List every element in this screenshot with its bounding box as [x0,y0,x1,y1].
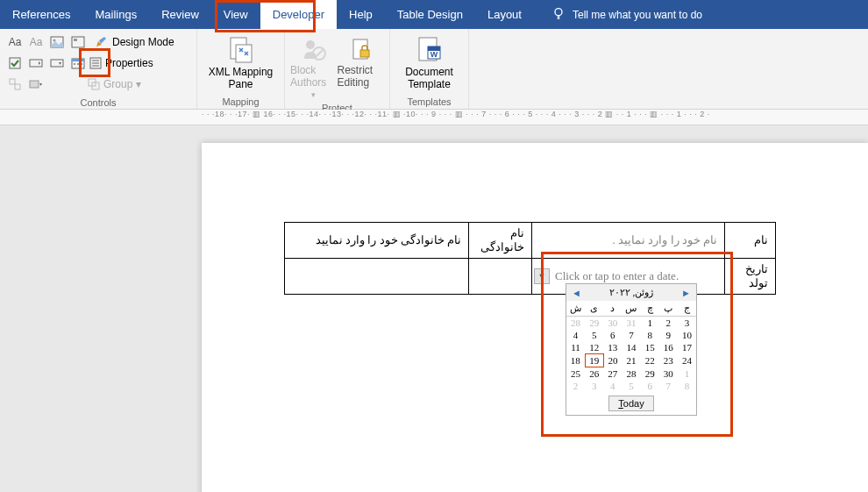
calendar-day[interactable]: 8 [641,329,659,341]
lightbulb-icon [551,6,566,23]
properties-button[interactable]: Properties [89,56,153,70]
calendar-day[interactable]: 10 [678,329,696,341]
calendar-day[interactable]: 3 [678,317,696,330]
calendar-day[interactable]: 1 [641,317,659,330]
restrict-editing-label: Restrict Editing [338,64,385,89]
calendar-day[interactable]: 13 [603,341,622,354]
repeating-control-icon[interactable] [5,75,25,94]
calendar-today-button[interactable]: Today [608,396,653,411]
calendar-month-year[interactable]: ژوئن, ۲۰۲۲ [609,287,654,298]
date-picker-field[interactable]: ▼ Click or tap to enter a date. [534,268,722,284]
svg-rect-10 [74,63,75,65]
empty-cell [469,259,532,295]
calendar-day[interactable]: 5 [585,329,603,341]
checkbox-control-icon[interactable] [5,53,25,73]
calendar-day[interactable]: 18 [566,354,585,367]
templates-group-label: Templates [395,95,463,107]
document-template-button[interactable]: W Document Template [395,32,463,90]
calendar-prev-button[interactable]: ◄ [572,288,581,298]
tab-review[interactable]: Review [149,0,211,29]
group-button[interactable]: Group ▾ [88,77,141,91]
calendar-weekday: پ [659,301,678,317]
calendar-day[interactable]: 16 [659,341,678,354]
svg-rect-12 [81,63,82,65]
calendar-day[interactable]: 22 [641,354,659,367]
xml-mapping-icon [227,36,255,64]
ribbon-group-templates: W Document Template Templates [390,29,469,109]
document-page[interactable]: نام خانوادگی خود را وارد نمایید نام خانو… [202,143,868,492]
calendar-day[interactable]: 15 [641,341,659,354]
buildingblock-control-icon[interactable] [68,32,88,52]
properties-label: Properties [105,57,153,69]
tab-developer[interactable]: Developer [260,0,337,29]
dropdown-control-icon[interactable] [47,53,67,73]
calendar-day[interactable]: 29 [585,317,603,330]
calendar-weekday: ج [678,301,696,317]
calendar-day[interactable]: 7 [622,329,640,341]
calendar-popup: ◄ ژوئن, ۲۰۲۲ ► شیدسچپج 28293031123456789… [566,283,697,416]
calendar-day[interactable]: 24 [678,354,696,367]
calendar-day[interactable]: 23 [659,354,678,367]
tab-help[interactable]: Help [337,0,385,29]
calendar-day[interactable]: 8 [678,380,696,392]
lastname-value-cell[interactable]: نام خانوادگی خود را وارد نمایید [285,223,469,259]
calendar-day[interactable]: 20 [603,354,622,367]
calendar-day[interactable]: 30 [603,317,622,330]
combobox-control-icon[interactable] [26,53,46,73]
plaintext-control-icon[interactable]: Aa [26,32,46,52]
tab-layout[interactable]: Layout [475,0,534,29]
tab-references[interactable]: References [0,0,82,29]
calendar-day[interactable]: 29 [641,367,659,381]
tell-me-search[interactable]: Tell me what you want to do [534,0,702,29]
calendar-day[interactable]: 28 [622,367,640,381]
calendar-day[interactable]: 4 [603,380,622,392]
table-row: ▼ Click or tap to enter a date. تاریخ تو… [285,259,776,295]
calendar-day[interactable]: 7 [659,380,678,392]
calendar-next-button[interactable]: ► [681,288,691,298]
svg-point-24 [306,40,315,49]
calendar-day[interactable]: 4 [566,329,585,341]
legacy-tools-icon[interactable] [26,75,46,94]
calendar-day[interactable]: 14 [622,341,640,354]
design-mode-icon [95,36,109,48]
calendar-day[interactable]: 11 [566,341,585,354]
date-dropdown-button[interactable]: ▼ [534,268,550,284]
design-mode-button[interactable]: Design Mode [89,36,180,48]
restrict-editing-button[interactable]: Restrict Editing [338,32,385,101]
datepicker-control-icon[interactable] [68,53,88,73]
calendar-day[interactable]: 17 [678,341,696,354]
calendar-day[interactable]: 6 [603,329,622,341]
calendar-day[interactable]: 31 [622,317,640,330]
tab-table-design[interactable]: Table Design [385,0,475,29]
ribbon-body: Aa Aa Design Mode Properties [0,29,868,110]
richtext-control-icon[interactable]: Aa [5,32,25,52]
tab-mailings[interactable]: Mailings [82,0,149,29]
group-label: Group [103,78,132,90]
block-authors-icon [300,36,328,64]
calendar-weekday: ش [566,301,585,317]
empty-cell[interactable] [285,259,469,295]
svg-point-0 [555,9,562,16]
calendar-day[interactable]: 25 [566,367,585,381]
xml-mapping-button[interactable]: XML Mapping Pane [203,32,279,90]
picture-control-icon[interactable] [47,32,67,52]
calendar-day[interactable]: 27 [603,367,622,381]
calendar-weekday: ی [585,301,603,317]
calendar-day[interactable]: 5 [622,380,640,392]
tab-view[interactable]: View [211,0,260,29]
calendar-day[interactable]: 2 [659,317,678,330]
calendar-day[interactable]: 28 [566,317,585,330]
calendar-day[interactable]: 12 [585,341,603,354]
calendar-day[interactable]: 6 [641,380,659,392]
calendar-day[interactable]: 21 [622,354,640,367]
calendar-day[interactable]: 1 [678,367,696,381]
calendar-day[interactable]: 3 [585,380,603,392]
calendar-day[interactable]: 30 [659,367,678,381]
calendar-day[interactable]: 26 [585,367,603,381]
calendar-day[interactable]: 9 [659,329,678,341]
calendar-day[interactable]: 19 [585,354,603,367]
calendar-weekday: د [603,301,622,317]
name-value-cell[interactable]: نام خود را وارد نمایید . [532,223,725,259]
calendar-day[interactable]: 2 [566,380,585,392]
block-authors-button[interactable]: Block Authors ▾ [290,32,338,101]
